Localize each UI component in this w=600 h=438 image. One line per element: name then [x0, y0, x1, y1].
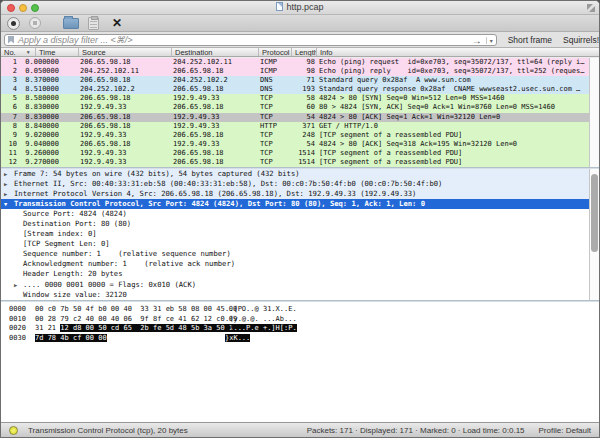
cell-info: 4824 > 80 [ACK] Seq=1 Ack=1 Win=32120 Le…	[317, 113, 591, 122]
bookmark-icon[interactable]	[8, 36, 14, 44]
detail-line[interactable]: [TCP Segment Len: 0]	[1, 239, 591, 249]
detail-line[interactable]: ▶.... 0000 0001 0000 = Flags: 0x010 (ACK…	[1, 280, 591, 290]
cell-destination: 192.9.49.33	[172, 113, 259, 122]
start-capture-button[interactable]	[1, 16, 20, 31]
cell-no: 1	[1, 58, 17, 67]
detail-line[interactable]: [Stream index: 0]	[1, 229, 591, 239]
open-file-button[interactable]	[41, 16, 79, 31]
column-header-source[interactable]: Source	[79, 48, 172, 56]
hex-row[interactable]: 00307d 78 4b cf 00 00}xK...	[9, 334, 600, 344]
cell-time: 0.050000	[17, 67, 59, 76]
cell-protocol: TCP	[259, 94, 292, 103]
save-file-button[interactable]	[79, 16, 99, 31]
packet-row[interactable]: 129.270000192.9.49.33206.65.98.18TCP1514…	[1, 158, 591, 167]
column-header-destination[interactable]: Destination	[172, 48, 259, 56]
cell-destination: 206.65.98.18	[172, 67, 259, 76]
status-bar: Transmission Control Protocol (tcp), 20 …	[1, 422, 599, 437]
detail-text: Transmission Control Protocol, Src Port:…	[1, 199, 425, 208]
cell-time: 0.000000	[17, 58, 59, 67]
packet-row[interactable]: 10.000000206.65.98.18204.252.102.11ICMP9…	[1, 58, 591, 67]
expander-icon[interactable]: ▼	[4, 199, 7, 209]
wireshark-window: http.pcap ✕ Apply a display filter ... <…	[0, 0, 600, 438]
packet-row[interactable]: 38.370000206.65.98.18204.252.102.2DNS71S…	[1, 76, 591, 85]
cell-source: 204.252.102.11	[59, 67, 172, 76]
cell-info: [TCP segment of a reassembled PDU]	[317, 131, 591, 140]
cell-time: 9.270000	[17, 158, 59, 167]
column-header-length[interactable]: Length	[292, 48, 317, 56]
packet-row[interactable]: 78.830000206.65.98.18192.9.49.33TCP54482…	[1, 113, 591, 122]
packet-row[interactable]: 119.260000192.9.49.33206.65.98.18TCP1514…	[1, 149, 591, 158]
cell-info: [TCP segment of a reassembled PDU]	[317, 149, 591, 158]
hex-row[interactable]: 001000 28 79 c2 40 00 40 06 9f 8f ce 41 …	[9, 315, 600, 325]
expander-icon[interactable]: ▶	[14, 280, 17, 290]
detail-scrollbar-thumb[interactable]	[591, 174, 598, 252]
hex-bytes: 00 28 79 c2 40 00 40 06 9f 8f ce 41 62 1…	[35, 315, 225, 325]
packet-list-body: 10.000000206.65.98.18204.252.102.11ICMP9…	[1, 58, 591, 167]
cell-length: 1514	[292, 158, 317, 167]
apply-filter-button[interactable]: →	[472, 35, 482, 46]
column-header-info[interactable]: Info	[317, 48, 599, 56]
packet-row[interactable]: 68.830000192.9.49.33206.65.98.18TCP6080 …	[1, 103, 591, 112]
column-header-no[interactable]: No.▼	[1, 48, 36, 56]
detail-line[interactable]: ▶Ethernet II, Src: 00:40:33:31:eb:58 (00…	[1, 179, 591, 189]
hex-ascii-selected: ...P.e +.]H[:P.	[233, 324, 296, 332]
filter-bar: Apply a display filter ... <⌘/> → ▾ Shor…	[1, 32, 599, 48]
hex-bytes: 31 21 12 d8 00 50 cd 65 2b fe 5d 48 5b 3…	[35, 324, 225, 334]
detail-line[interactable]: Acknowledgment number: 1 (relative ack n…	[1, 259, 591, 269]
cell-destination: 192.9.49.33	[172, 140, 259, 149]
packet-row[interactable]: 99.020000192.9.49.33206.65.98.18TCP248[T…	[1, 131, 591, 140]
packet-bytes-pane: 000000 c0 7b 50 4f b0 00 40 33 31 eb 58 …	[1, 302, 600, 424]
close-capture-button[interactable]: ✕	[99, 16, 122, 31]
column-header-protocol[interactable]: Protocol	[259, 48, 292, 56]
cell-time: 8.510000	[17, 85, 59, 94]
detail-text: Sequence number: 1 (relative sequence nu…	[1, 249, 231, 258]
hex-offset: 0020	[9, 324, 35, 334]
detail-line[interactable]: Window size value: 32120	[1, 290, 591, 300]
display-filter-input[interactable]: Apply a display filter ... <⌘/> → ▾	[4, 34, 497, 46]
detail-line[interactable]: Header Length: 20 bytes	[1, 269, 591, 279]
packet-row[interactable]: 88.840000206.65.98.18192.9.49.33HTTP371G…	[1, 122, 591, 131]
expander-icon[interactable]: ▶	[4, 179, 7, 189]
filter-dropdown-icon[interactable]: ▾	[486, 37, 493, 44]
detail-line[interactable]: Sequence number: 1 (relative sequence nu…	[1, 249, 591, 259]
detail-line[interactable]: ▶Internet Protocol Version 4, Src: 206.6…	[1, 189, 591, 199]
packet-row[interactable]: 48.510000204.252.102.2206.65.98.18DNS193…	[1, 85, 591, 94]
stop-capture-button[interactable]	[20, 16, 41, 31]
detail-scrollbar[interactable]	[589, 169, 599, 300]
title-bar[interactable]: http.pcap	[1, 1, 599, 15]
detail-line[interactable]: Source Port: 4824 (4824)	[1, 209, 591, 219]
packet-list-header: No.▼ Time Source Destination Protocol Le…	[1, 48, 599, 57]
cell-length: 98	[292, 58, 317, 67]
detail-text: Header Length: 20 bytes	[1, 269, 123, 278]
packet-detail-pane: ▶Frame 7: 54 bytes on wire (432 bits), 5…	[1, 169, 591, 300]
cell-source: 206.65.98.18	[59, 113, 172, 122]
hex-bytes: 7d 78 4b cf 00 00	[35, 334, 225, 344]
cell-info: 80 > 4824 [SYN, ACK] Seq=0 Ack=1 Win=876…	[317, 103, 591, 112]
cell-no: 7	[1, 113, 17, 122]
cell-no: 5	[1, 94, 17, 103]
expert-info-icon[interactable]	[9, 426, 18, 435]
cell-length: 193	[292, 85, 317, 94]
packet-list-scrollbar[interactable]	[589, 58, 599, 167]
cell-time: 8.370000	[17, 76, 59, 85]
detail-line[interactable]: ▶Frame 7: 54 bytes on wire (432 bits), 5…	[1, 169, 591, 179]
packet-row[interactable]: 58.580000206.65.98.18192.9.49.33TCP58482…	[1, 94, 591, 103]
column-header-time[interactable]: Time	[36, 48, 79, 56]
status-profile[interactable]: Profile: Default	[539, 426, 591, 435]
expander-icon[interactable]: ▶	[4, 189, 7, 199]
hex-row[interactable]: 000000 c0 7b 50 4f b0 00 40 33 31 eb 58 …	[9, 305, 600, 315]
fullscreen-icon[interactable]	[587, 4, 595, 12]
hex-row[interactable]: 002031 21 12 d8 00 50 cd 65 2b fe 5d 48 …	[9, 324, 600, 334]
detail-line[interactable]: Destination Port: 80 (80)	[1, 219, 591, 229]
cell-length: 58	[292, 94, 317, 103]
filter-shortcut-short-frame[interactable]: Short frame	[508, 35, 552, 45]
cell-no: 10	[1, 140, 17, 149]
packet-row[interactable]: 109.040000206.65.98.18192.9.49.33TCP5448…	[1, 140, 591, 149]
cell-no: 3	[1, 76, 17, 85]
cell-info: 4824 > 80 [SYN] Seq=0 Win=512 Len=0 MSS=…	[317, 94, 591, 103]
filter-shortcut-squirrels[interactable]: Squirrels!	[563, 35, 599, 45]
hex-bytes-plain: 00 c0 7b 50 4f b0 00 40 33 31 eb 58 08 0…	[35, 305, 237, 313]
expander-icon[interactable]: ▶	[4, 169, 7, 179]
packet-row[interactable]: 20.050000204.252.102.11206.65.98.18ICMP9…	[1, 67, 591, 76]
detail-line[interactable]: ▼Transmission Control Protocol, Src Port…	[1, 199, 591, 209]
